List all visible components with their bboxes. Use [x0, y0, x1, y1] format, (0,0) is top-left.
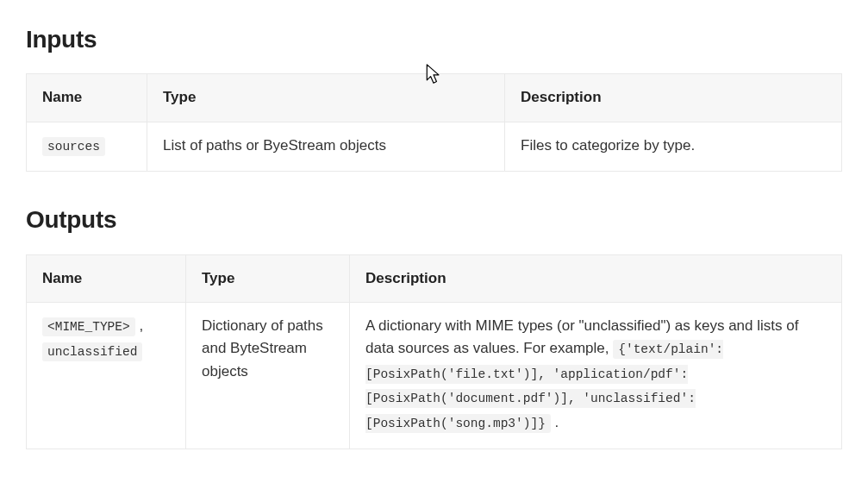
table-row: sources List of paths or ByeStream objec… — [27, 122, 842, 172]
param-code: sources — [42, 137, 105, 156]
col-header-type: Type — [186, 254, 350, 302]
table-header-row: Name Type Description — [27, 254, 842, 302]
cell-type: Dictionary of paths and ByteStream objec… — [186, 303, 350, 449]
col-header-name: Name — [27, 74, 147, 122]
cell-description: Files to categorize by type. — [505, 122, 842, 172]
description-text: A dictionary with MIME types (or "unclas… — [365, 317, 798, 356]
col-header-description: Description — [505, 74, 842, 122]
param-code: unclassified — [42, 342, 142, 361]
table-row: <MIME_TYPE> , unclassified Dictionary of… — [27, 303, 842, 449]
inputs-heading: Inputs — [26, 21, 842, 58]
outputs-heading: Outputs — [26, 201, 842, 238]
cell-name: sources — [27, 122, 147, 172]
col-header-description: Description — [350, 254, 842, 302]
cell-type: List of paths or ByeStream objects — [147, 122, 505, 172]
param-code: <MIME_TYPE> — [42, 317, 135, 336]
cell-description: A dictionary with MIME types (or "unclas… — [350, 303, 842, 449]
param-separator: , — [135, 317, 143, 334]
description-suffix: . — [551, 414, 559, 430]
outputs-table: Name Type Description <MIME_TYPE> , uncl… — [26, 254, 842, 449]
cell-name: <MIME_TYPE> , unclassified — [27, 303, 186, 449]
col-header-name: Name — [27, 254, 186, 302]
inputs-table: Name Type Description sources List of pa… — [26, 73, 842, 172]
col-header-type: Type — [147, 74, 505, 122]
table-header-row: Name Type Description — [27, 74, 842, 122]
